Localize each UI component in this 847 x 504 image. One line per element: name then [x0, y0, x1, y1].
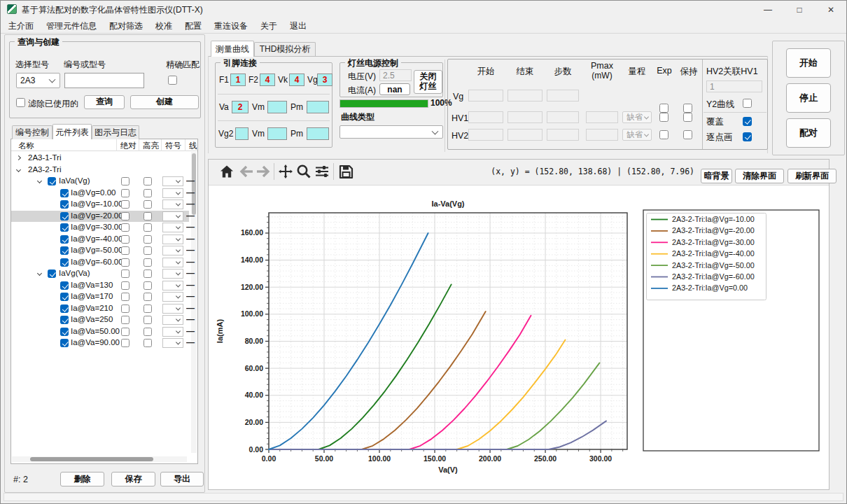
menu-item-5[interactable]: 配置: [178, 19, 208, 34]
absolute-checkbox[interactable]: [121, 270, 130, 278]
line-style-combo[interactable]: —: [186, 222, 196, 232]
refresh-button[interactable]: 刷新界面: [788, 169, 836, 183]
tree-row[interactable]: Ia@Vg=-60.00—: [11, 257, 189, 269]
dark-background-button[interactable]: 暗背景: [701, 169, 732, 183]
tree-row[interactable]: Ia@Va=90.00—: [11, 337, 189, 349]
start-button[interactable]: 开始: [786, 48, 831, 78]
highlight-checkbox[interactable]: [144, 339, 152, 347]
zoom-icon[interactable]: [295, 163, 312, 180]
maximize-button[interactable]: □: [784, 1, 815, 19]
tree-row[interactable]: Ia@Vg=0.00—: [11, 188, 189, 200]
curve-type-select[interactable]: [340, 125, 443, 139]
line-style-combo[interactable]: —: [186, 303, 196, 314]
symbol-combo[interactable]: [162, 338, 183, 348]
tree-row[interactable]: 2A3-1-Tri: [11, 153, 189, 164]
y2-curve-checkbox[interactable]: [743, 99, 752, 108]
visibility-checkbox[interactable]: [60, 304, 69, 313]
symbol-combo[interactable]: [162, 315, 183, 325]
visibility-checkbox[interactable]: [60, 223, 69, 232]
pan-icon[interactable]: [277, 163, 294, 180]
tree-row[interactable]: Ia@Vg=-10.00—: [11, 199, 189, 211]
absolute-checkbox[interactable]: [121, 246, 130, 255]
vg2-pin-field[interactable]: [235, 127, 248, 140]
absolute-checkbox[interactable]: [121, 200, 130, 209]
menu-item-3[interactable]: 配对筛选: [103, 19, 149, 34]
absolute-checkbox[interactable]: [121, 339, 130, 347]
highlight-checkbox[interactable]: [144, 304, 152, 313]
highlight-checkbox[interactable]: [144, 223, 152, 232]
visibility-checkbox[interactable]: [48, 270, 56, 278]
line-style-combo[interactable]: —: [186, 280, 196, 290]
visibility-checkbox[interactable]: [60, 189, 69, 197]
symbol-combo[interactable]: [162, 327, 183, 337]
absolute-checkbox[interactable]: [121, 293, 130, 301]
save-icon[interactable]: [337, 163, 354, 180]
chevron-down-icon[interactable]: [37, 271, 42, 276]
tree-row[interactable]: Ia@Va=250—: [11, 314, 189, 326]
create-button[interactable]: 创建: [130, 95, 199, 109]
line-style-combo[interactable]: —: [186, 234, 196, 244]
export-button[interactable]: 导出: [160, 472, 204, 486]
tab-THD模拟分析[interactable]: THD模拟分析: [254, 42, 316, 56]
tab-元件列表[interactable]: 元件列表: [52, 124, 92, 140]
scrollbar-thumb[interactable]: [30, 457, 153, 461]
component-tree[interactable]: 名称 绝对 高亮 符号 线 2A3-1-Tri2A3-2-TriIaVa(Vg)…: [10, 139, 198, 464]
symbol-combo[interactable]: [162, 188, 183, 198]
tab-测量曲线[interactable]: 测量曲线: [211, 41, 254, 57]
close-button[interactable]: ✕: [816, 1, 846, 19]
symbol-combo[interactable]: [162, 269, 183, 279]
visibility-checkbox[interactable]: [60, 258, 69, 267]
line-style-combo[interactable]: —: [186, 199, 196, 209]
highlight-checkbox[interactable]: [144, 246, 152, 255]
menu-item-7[interactable]: 关于: [254, 19, 284, 34]
tree-row[interactable]: Ia@Va=210—: [11, 303, 189, 315]
vg-hold-checkbox[interactable]: [683, 104, 692, 113]
highlight-checkbox[interactable]: [144, 281, 152, 290]
vg2-pm-field[interactable]: [307, 127, 329, 140]
menu-item-2[interactable]: 管理元件信息: [40, 19, 103, 34]
tree-row[interactable]: IaVg(Va)—: [11, 268, 189, 280]
absolute-checkbox[interactable]: [121, 258, 130, 267]
symbol-combo[interactable]: [162, 258, 183, 267]
absolute-checkbox[interactable]: [121, 328, 130, 336]
chart-canvas[interactable]: 0.0050.00100.00150.00200.00250.00300.000…: [209, 186, 829, 489]
line-style-combo[interactable]: —: [186, 188, 196, 198]
visibility-checkbox[interactable]: [48, 177, 56, 186]
symbol-combo[interactable]: [162, 246, 183, 255]
highlight-checkbox[interactable]: [144, 212, 152, 220]
tree-row[interactable]: Ia@Va=130—: [11, 280, 189, 292]
symbol-combo[interactable]: [162, 304, 183, 314]
stop-button[interactable]: 停止: [786, 83, 831, 113]
highlight-checkbox[interactable]: [144, 328, 152, 336]
f2-pin-field[interactable]: 4: [260, 74, 275, 86]
filament-off-button[interactable]: 关闭灯丝: [414, 70, 442, 94]
menu-item-1[interactable]: 主介面: [2, 19, 40, 34]
line-style-combo[interactable]: —: [186, 211, 196, 221]
highlight-checkbox[interactable]: [144, 293, 152, 301]
line-style-combo[interactable]: —: [186, 314, 196, 325]
home-icon[interactable]: [218, 163, 235, 180]
line-style-combo[interactable]: —: [186, 337, 196, 348]
tree-row[interactable]: Ia@Va=170—: [11, 291, 189, 303]
model-select[interactable]: 2A3: [16, 73, 60, 88]
absolute-checkbox[interactable]: [121, 189, 130, 197]
absolute-checkbox[interactable]: [121, 212, 130, 220]
serial-input[interactable]: [64, 73, 144, 88]
hv2-exp-checkbox[interactable]: [659, 130, 668, 139]
highlight-checkbox[interactable]: [144, 258, 152, 267]
line-style-combo[interactable]: —: [186, 176, 196, 186]
highlight-checkbox[interactable]: [144, 177, 152, 186]
menu-item-4[interactable]: 校准: [149, 19, 178, 34]
absolute-checkbox[interactable]: [121, 223, 130, 232]
absolute-checkbox[interactable]: [121, 304, 130, 313]
forward-icon[interactable]: [255, 163, 272, 180]
highlight-checkbox[interactable]: [144, 270, 152, 278]
tab-图示与日志[interactable]: 图示与日志: [92, 125, 139, 139]
absolute-checkbox[interactable]: [121, 177, 130, 186]
line-style-combo[interactable]: —: [186, 257, 196, 267]
clear-button[interactable]: 清除界面: [735, 169, 784, 183]
tree-row[interactable]: Ia@Vg=-50.00—: [11, 245, 189, 257]
line-style-combo[interactable]: —: [186, 291, 196, 302]
symbol-combo[interactable]: [162, 223, 183, 232]
absolute-checkbox[interactable]: [121, 316, 130, 324]
